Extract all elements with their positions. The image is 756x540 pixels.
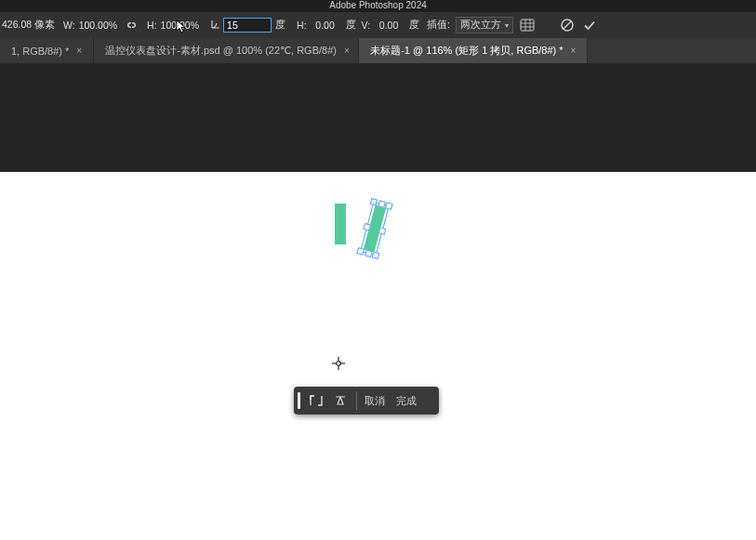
transform-handle-tl[interactable] — [370, 198, 378, 206]
cancel-transform-icon[interactable] — [559, 17, 576, 33]
svg-line-2 — [564, 21, 571, 29]
doc-tab-2-label: 温控仪表盘设计-素材.psd @ 100% (22℃, RGB/8#) — [105, 44, 337, 58]
ratio-toggle-icon[interactable] — [306, 390, 326, 411]
document-pasteboard — [0, 63, 756, 172]
commit-transform-icon[interactable] — [581, 17, 598, 33]
shape-rectangle-1 — [335, 204, 346, 244]
app-title: Adobe Photoshop 2024 — [329, 0, 427, 10]
done-button[interactable]: 完成 — [391, 391, 422, 411]
close-icon[interactable]: × — [571, 46, 577, 56]
transform-floating-toolbar[interactable]: 取消 完成 — [294, 387, 439, 415]
chevron-down-icon: ▾ — [505, 21, 509, 30]
transform-reference-point[interactable] — [332, 357, 345, 370]
skew-v-field[interactable]: 0.00 — [372, 19, 405, 32]
w-label: W: — [63, 20, 75, 31]
toolbar-drag-handle[interactable] — [298, 392, 300, 409]
deg-label-3: 度 — [409, 19, 419, 32]
close-icon[interactable]: × — [76, 46, 82, 56]
w-field[interactable]: 100.00% — [77, 19, 119, 32]
svg-rect-0 — [521, 20, 534, 31]
angle-icon — [210, 19, 221, 32]
transform-handle-tc[interactable] — [378, 200, 386, 208]
doc-tab-1-label: 1, RGB/8#) * — [11, 46, 69, 57]
deg-label-1: 度 — [275, 19, 285, 32]
skew-h-label: H: — [297, 20, 307, 31]
interp-dropdown[interactable]: 两次立方 ▾ — [456, 17, 513, 33]
rotation-field[interactable]: 15 — [223, 18, 272, 33]
doc-tab-3[interactable]: 未标题-1 @ 116% (矩形 1 拷贝, RGB/8#) * × — [359, 38, 588, 63]
divider — [356, 391, 357, 410]
doc-tab-2[interactable]: 温控仪表盘设计-素材.psd @ 100% (22℃, RGB/8#) × — [94, 38, 359, 63]
interp-label: 插值: — [427, 19, 450, 32]
cancel-button[interactable]: 取消 — [359, 391, 391, 411]
title-bar: Adobe Photoshop 2024 — [0, 0, 756, 12]
transform-options-bar: 426.08 像素 W: 100.00% H: 100.00% 15 度 H: … — [0, 12, 756, 39]
h-label: H: — [147, 20, 157, 31]
close-icon[interactable]: × — [344, 46, 350, 56]
skew-v-label: V: — [362, 20, 371, 31]
doc-tab-1[interactable]: 1, RGB/8#) * × — [0, 38, 94, 63]
warp-mode-icon[interactable] — [519, 17, 536, 33]
x-field[interactable]: 426.08 像素 — [0, 18, 60, 33]
interp-value: 两次立方 — [460, 19, 501, 32]
reset-transform-icon[interactable] — [330, 390, 351, 411]
svg-point-3 — [337, 362, 341, 366]
h-field[interactable]: 100.00% — [159, 19, 201, 32]
link-aspect-icon[interactable] — [123, 17, 139, 33]
transform-handle-ml[interactable] — [364, 223, 372, 231]
document-tab-bar: 1, RGB/8#) * × 温控仪表盘设计-素材.psd @ 100% (22… — [0, 38, 756, 64]
skew-h-field[interactable]: 0.00 — [309, 19, 342, 32]
deg-label-2: 度 — [346, 19, 356, 32]
doc-tab-3-label: 未标题-1 @ 116% (矩形 1 拷贝, RGB/8#) * — [370, 44, 563, 58]
